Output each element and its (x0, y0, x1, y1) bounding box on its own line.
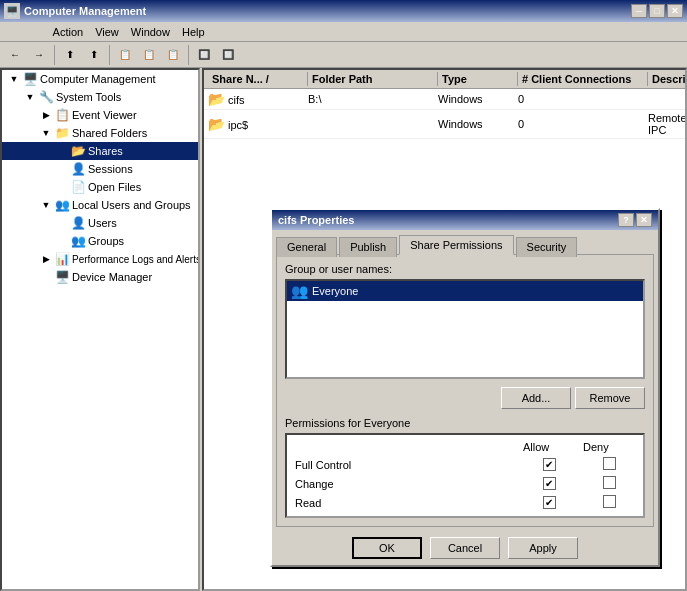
systemtools-icon: 🔧 (38, 89, 54, 105)
up-button[interactable]: ⬆ (59, 44, 81, 66)
eventviewer-icon: 📋 (54, 107, 70, 123)
perm-name-fullcontrol: Full Control (291, 455, 519, 474)
tree-item-sessions[interactable]: 👤 Sessions (2, 160, 198, 178)
minimize-button[interactable]: ─ (631, 4, 647, 18)
cancel-button[interactable]: Cancel (430, 537, 500, 559)
root-icon: 🖥️ (22, 71, 38, 87)
dialog-help-button[interactable]: ? (618, 213, 634, 227)
tree-item-root[interactable]: ▼ 🖥️ Computer Management (2, 70, 198, 88)
cell-share-name-0: 📂 cifs (204, 90, 304, 108)
tree-label-devicemgr: Device Manager (72, 271, 152, 283)
users-icon: 👤 (70, 215, 86, 231)
perm-name-header (291, 439, 519, 455)
toolbar-btn3[interactable]: 📋 (114, 44, 136, 66)
perm-deny-fullcontrol[interactable] (579, 455, 639, 474)
col-type[interactable]: Type (438, 72, 518, 86)
title-controls: ─ □ ✕ (631, 4, 683, 18)
perm-deny-read[interactable] (579, 493, 639, 512)
tree-item-devicemgr[interactable]: 🖥️ Device Manager (2, 268, 198, 286)
col-folder-path[interactable]: Folder Path (308, 72, 438, 86)
perm-deny-header: Deny (579, 439, 639, 455)
expand-icon-pl: ▶ (38, 251, 54, 267)
col-share-name[interactable]: Share N... / (208, 72, 308, 86)
tree-item-localusers[interactable]: ▼ 👥 Local Users and Groups (2, 196, 198, 214)
tree-label-openfiles: Open Files (88, 181, 141, 193)
toolbar-separator2 (109, 45, 110, 65)
permissions-label: Permissions for Everyone (285, 417, 645, 429)
expand-icon-ev: ▶ (38, 107, 54, 123)
deny-change-checkbox[interactable] (603, 476, 616, 489)
perm-row-change: Change (291, 474, 639, 493)
tree-label-shares: Shares (88, 145, 123, 157)
tree-label-sharedfolders: Shared Folders (72, 127, 147, 139)
cell-share-name-1: 📂 ipc$ (204, 115, 304, 133)
tree-label-perflogs: Performance Logs and Alerts (72, 254, 200, 265)
perm-allow-change[interactable] (519, 474, 579, 493)
toolbar-separator3 (188, 45, 189, 65)
dialog-close-button[interactable]: ✕ (636, 213, 652, 227)
deny-read-checkbox[interactable] (603, 495, 616, 508)
add-button[interactable]: Add... (501, 387, 571, 409)
tree-item-eventviewer[interactable]: ▶ 📋 Event Viewer (2, 106, 198, 124)
dialog-title-controls: ? ✕ (618, 213, 652, 227)
toolbar-separator (54, 45, 55, 65)
tree-item-openfiles[interactable]: 📄 Open Files (2, 178, 198, 196)
cell-clients-0: 0 (514, 92, 644, 106)
cell-path-0: B:\ (304, 92, 434, 106)
tree-label-users: Users (88, 217, 117, 229)
col-description[interactable]: Description (648, 72, 687, 86)
tree-panel: ▼ 🖥️ Computer Management ▼ 🔧 System Tool… (0, 68, 200, 591)
menu-view[interactable]: View (89, 24, 125, 40)
perm-allow-read[interactable] (519, 493, 579, 512)
ok-button[interactable]: OK (352, 537, 422, 559)
toolbar-btn6[interactable]: 🔲 (193, 44, 215, 66)
table-row[interactable]: 📂 cifs B:\ Windows 0 (204, 89, 685, 110)
tree-label-sessions: Sessions (88, 163, 133, 175)
perm-deny-change[interactable] (579, 474, 639, 493)
remove-button[interactable]: Remove (575, 387, 645, 409)
list-item-everyone[interactable]: 👥 Everyone (287, 281, 643, 301)
tree-label-groups: Groups (88, 235, 124, 247)
everyone-icon: 👥 (291, 283, 308, 299)
title-bar: 🖥️ Computer Management ─ □ ✕ (0, 0, 687, 22)
dialog-title-text: cifs Properties (278, 214, 354, 226)
forward-button[interactable]: → (28, 44, 50, 66)
toolbar-btn2[interactable]: ⬆ (83, 44, 105, 66)
tab-security[interactable]: Security (516, 237, 578, 257)
toolbar-btn7[interactable]: 🔲 (217, 44, 239, 66)
menu-window[interactable]: Window (125, 24, 176, 40)
cell-desc-1: Remote IPC (644, 111, 685, 137)
menu-action[interactable]: Action (47, 24, 90, 40)
sessions-icon: 👤 (70, 161, 86, 177)
tree-item-groups[interactable]: 👥 Groups (2, 232, 198, 250)
perm-allow-fullcontrol[interactable] (519, 455, 579, 474)
tree-item-perflogs[interactable]: ▶ 📊 Performance Logs and Alerts (2, 250, 198, 268)
deny-fullcontrol-checkbox[interactable] (603, 457, 616, 470)
close-button[interactable]: ✕ (667, 4, 683, 18)
tree-item-systemtools[interactable]: ▼ 🔧 System Tools (2, 88, 198, 106)
expand-icon-dm (38, 269, 54, 285)
expand-icon: ▼ (6, 71, 22, 87)
toolbar-btn5[interactable]: 📋 (162, 44, 184, 66)
toolbar-btn4[interactable]: 📋 (138, 44, 160, 66)
tree-item-users[interactable]: 👤 Users (2, 214, 198, 232)
expand-icon-sessions (54, 161, 70, 177)
tab-publish[interactable]: Publish (339, 237, 397, 257)
tab-general[interactable]: General (276, 237, 337, 257)
allow-change-checkbox[interactable] (543, 477, 556, 490)
col-clients[interactable]: # Client Connections (518, 72, 648, 86)
group-users-listbox[interactable]: 👥 Everyone (285, 279, 645, 379)
tree-item-sharedfolders[interactable]: ▼ 📁 Shared Folders (2, 124, 198, 142)
app-title: Computer Management (24, 5, 146, 17)
allow-fullcontrol-checkbox[interactable] (543, 458, 556, 471)
tree-item-shares[interactable]: 📂 Shares (2, 142, 198, 160)
menu-help[interactable]: Help (176, 24, 211, 40)
back-button[interactable]: ← (4, 44, 26, 66)
maximize-button[interactable]: □ (649, 4, 665, 18)
allow-read-checkbox[interactable] (543, 496, 556, 509)
table-row[interactable]: 📂 ipc$ Windows 0 Remote IPC (204, 110, 685, 139)
cifs-properties-dialog: cifs Properties ? ✕ General Publish Shar… (270, 208, 660, 567)
expand-icon-openfiles (54, 179, 70, 195)
tab-share-permissions[interactable]: Share Permissions (399, 235, 513, 255)
apply-button[interactable]: Apply (508, 537, 578, 559)
